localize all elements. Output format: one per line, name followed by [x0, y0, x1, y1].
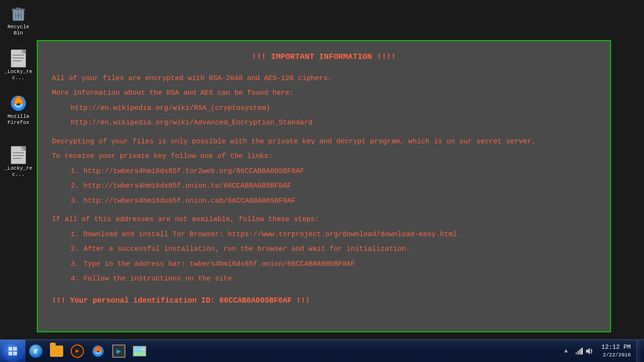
firefox-label: Mozilla Firefox: [4, 114, 33, 126]
recycle-bin-label: Recycle Bin: [4, 24, 33, 36]
ransom-step4: 4. Follow the instructions on the site.: [71, 273, 596, 285]
ransom-line5: If all of this addresses are not availab…: [52, 214, 596, 226]
ransom-link3: 1. http://twbers4hmi6dx65f.tor2web.org/6…: [71, 165, 596, 178]
taskbar-photos-button[interactable]: [130, 342, 149, 361]
media-player-icon: ▶: [71, 345, 84, 358]
show-desktop-button[interactable]: [636, 340, 640, 362]
recycle-bin-icon: ♻: [9, 4, 28, 23]
ie-icon: e: [29, 345, 42, 358]
taskbar-media-player-button[interactable]: ▶: [68, 342, 87, 361]
ransom-line2: More information about the RSA and AES c…: [52, 87, 596, 99]
ransom-line1: All of your files are encrypted with RSA…: [52, 73, 596, 85]
ransom-title: !!! IMPORTANT INFORMATION !!!!: [52, 50, 596, 64]
svg-rect-20: [581, 348, 583, 354]
locky-file1-icon: [9, 49, 28, 68]
ransom-link5: 3. http://twbers4hmi6dx65f.onion.cab/66C…: [71, 195, 596, 207]
ransom-step2: 2. After a successful installation, run …: [71, 243, 596, 255]
taskbar: e ▶ ▶ ▲: [0, 339, 644, 362]
tray-icons: [572, 347, 596, 355]
taskbar-ie-button[interactable]: e: [26, 342, 45, 361]
tray-volume-icon[interactable]: [585, 347, 593, 355]
folder-icon: [50, 346, 63, 357]
locky-file1-label: _Locky_rec...: [4, 69, 33, 81]
tray-network-icon[interactable]: [575, 347, 583, 355]
clock-time: 12:12 PM: [602, 343, 631, 352]
desktop-icon-firefox[interactable]: Mozilla Firefox: [2, 92, 34, 128]
system-clock[interactable]: 12:12 PM 2/22/2016: [598, 340, 635, 362]
film-icon: ▶: [112, 345, 125, 358]
ransom-personal-id: !!! Your personal identification ID: 66C…: [52, 295, 596, 307]
start-orb-icon: [4, 342, 22, 360]
svg-rect-19: [579, 349, 581, 354]
locky-file2-label: _Locky_rec...: [4, 165, 33, 178]
svg-rect-2: [16, 8, 21, 9]
svg-point-16: [141, 348, 145, 352]
firefox-icon: [9, 94, 28, 113]
desktop-icon-locky2[interactable]: _Locky_rec...: [2, 144, 34, 180]
ransom-step1: 1. Download and install Tor Browser: htt…: [71, 229, 596, 241]
svg-rect-14: [134, 352, 146, 356]
svg-text:♻: ♻: [17, 12, 20, 19]
clock-date: 2/22/2016: [603, 352, 631, 359]
photo-icon: [133, 346, 146, 356]
system-tray: ▲ 12:12 PM 2/22/20: [562, 340, 644, 362]
ransom-line3: Decrypting of your files is only possibl…: [52, 136, 596, 148]
ransom-link2: http://en.wikipedia.org/wiki/Advanced_En…: [71, 117, 596, 129]
taskbar-firefox-button[interactable]: [89, 342, 107, 361]
ransom-section-2: Decrypting of your files is only possibl…: [52, 136, 596, 207]
svg-rect-17: [576, 352, 577, 354]
ransom-section-1: All of your files are encrypted with RSA…: [52, 73, 596, 129]
ransom-section-3: If all of this addresses are not availab…: [52, 214, 596, 285]
tray-show-hidden-button[interactable]: ▲: [562, 346, 570, 355]
taskbar-explorer-button[interactable]: [47, 342, 66, 361]
ransom-note-window: !!! IMPORTANT INFORMATION !!!! All of yo…: [37, 40, 611, 332]
svg-marker-21: [586, 348, 590, 354]
taskbar-media-center-button[interactable]: ▶: [109, 342, 128, 361]
desktop-icon-recycle-bin[interactable]: ♻ Recycle Bin: [2, 2, 34, 38]
ransom-step3: 3. Type in the address bar: twbers4hmi6d…: [71, 258, 596, 271]
locky-file2-icon: [9, 146, 28, 165]
desktop: ♻ Recycle Bin _Locky_rec... Mozil: [0, 0, 644, 339]
taskbar-firefox-icon: [91, 345, 105, 358]
ransom-link4: 2. http://twbers4hmi6dx65f.onion.to/66CC…: [71, 180, 596, 192]
ransom-link1: http://en.wikipedia.org/wiki/RSA_(crypto…: [71, 102, 596, 115]
svg-rect-18: [578, 351, 579, 354]
desktop-icon-locky1[interactable]: _Locky_rec...: [2, 47, 34, 83]
start-button[interactable]: [0, 340, 25, 362]
ransom-line4: To receive your private key follow one o…: [52, 150, 596, 163]
